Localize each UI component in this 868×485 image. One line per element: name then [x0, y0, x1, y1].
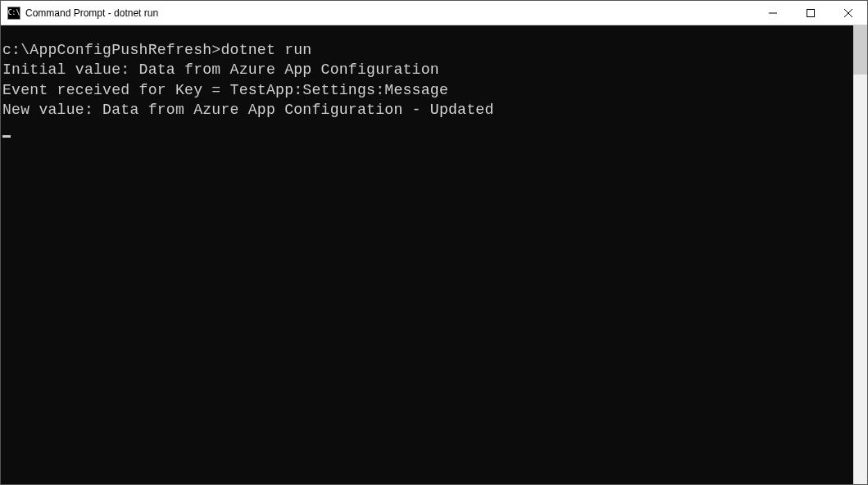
close-button[interactable]	[829, 1, 867, 25]
output-line: Event received for Key = TestApp:Setting…	[2, 82, 448, 98]
close-icon	[844, 9, 852, 17]
window-title: Command Prompt - dotnet run	[25, 7, 754, 19]
scrollbar-thumb[interactable]	[853, 25, 867, 75]
minimize-button[interactable]	[754, 1, 792, 25]
maximize-icon	[807, 9, 815, 17]
svg-rect-1	[807, 9, 815, 16]
terminal-output[interactable]: c:\AppConfigPushRefresh>dotnet run Initi…	[1, 25, 853, 484]
command-text: dotnet run	[220, 42, 311, 58]
minimize-icon	[769, 9, 777, 17]
app-icon: C:\	[7, 7, 20, 20]
content-wrapper: c:\AppConfigPushRefresh>dotnet run Initi…	[1, 25, 867, 484]
terminal-cursor	[2, 135, 11, 138]
window-titlebar: C:\ Command Prompt - dotnet run	[1, 1, 867, 25]
window-controls	[754, 1, 867, 25]
prompt-path: c:\AppConfigPushRefresh>	[2, 42, 220, 58]
output-line: Initial value: Data from Azure App Confi…	[2, 61, 439, 78]
vertical-scrollbar[interactable]	[853, 25, 867, 484]
output-line: New value: Data from Azure App Configura…	[2, 102, 494, 118]
maximize-button[interactable]	[792, 1, 829, 25]
